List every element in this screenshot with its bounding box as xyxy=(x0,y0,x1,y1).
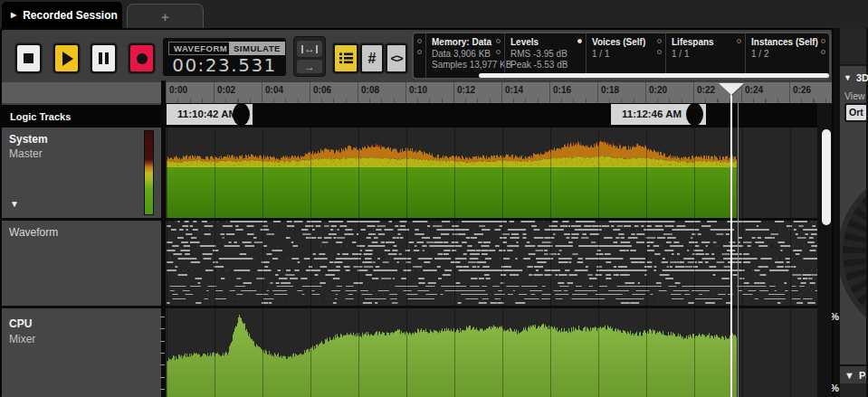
grid-view-button[interactable]: # xyxy=(360,43,384,73)
stop-icon xyxy=(24,53,33,63)
playhead-line[interactable] xyxy=(730,94,732,397)
panel-indicator[interactable] xyxy=(657,50,662,54)
ruler-major-tick xyxy=(597,82,598,103)
profiler-window: ▶ Recorded Session + WAVEFORM SIMULATE 0… xyxy=(0,0,868,397)
pause-button[interactable] xyxy=(91,43,117,73)
ruler-tick-label: 0:06 xyxy=(313,85,331,95)
cpu-waveform-canvas xyxy=(167,308,737,397)
status-panel-stub xyxy=(414,33,425,78)
timeline-corner xyxy=(2,82,161,103)
panel-bottom-header[interactable]: ▼ Pa xyxy=(840,366,866,383)
ruler-tick-label: 0:24 xyxy=(745,85,763,95)
zoom-to-fit-button[interactable]: ↔ xyxy=(297,41,322,57)
ruler-major-tick xyxy=(166,82,167,103)
marker-flag[interactable]: 11:10:42 AM xyxy=(167,104,253,125)
ruler-major-tick xyxy=(789,82,790,103)
collapse-triangle-icon: ▼ xyxy=(844,73,852,82)
session-time: 00:23.531 xyxy=(167,54,282,76)
ruler-tick-label: 0:22 xyxy=(697,85,715,95)
track-name-cpu[interactable]: CPU xyxy=(9,317,32,330)
tab-arrow-icon: ▶ xyxy=(11,11,16,19)
waveform-mode-badge[interactable]: WAVEFORM xyxy=(168,42,233,55)
tab-recorded-session[interactable]: ▶ Recorded Session xyxy=(2,2,122,28)
status-strip-scrollbar-thumb[interactable] xyxy=(479,73,829,78)
panel-indicator[interactable] xyxy=(417,50,422,54)
level-meter xyxy=(144,130,154,215)
record-button[interactable] xyxy=(129,43,155,73)
status-panel[interactable]: LevelsRMS -3.95 dBPeak -5.53 dB xyxy=(504,33,586,78)
orthographic-button-label: Ort xyxy=(849,107,863,118)
simulate-badge[interactable]: SIMULATE xyxy=(229,42,285,55)
status-panel-title: Lifespans xyxy=(672,37,734,49)
code-view-button[interactable]: <> xyxy=(386,43,407,73)
cpu-scale-tick xyxy=(160,317,165,317)
playhead-handle[interactable] xyxy=(719,83,744,95)
track-sub-mixer: Mixer xyxy=(9,333,35,345)
track-divider[interactable] xyxy=(2,218,817,221)
ruler-major-tick xyxy=(501,82,502,103)
tab-add[interactable]: + xyxy=(127,4,204,28)
fit-arrow-icon: ↔ xyxy=(304,43,315,55)
status-panel-value: Data 3,906 KB xyxy=(432,49,493,61)
panel-indicator[interactable] xyxy=(821,50,825,54)
status-panel-value: 1 / 2 xyxy=(751,49,818,61)
status-panel-title: Instances (Self) xyxy=(751,37,818,49)
ruler-tick-label: 0:12 xyxy=(457,85,475,95)
marker-label: 11:12:46 AM xyxy=(622,109,682,119)
3d-sphere-view[interactable] xyxy=(840,167,866,339)
status-panel-value: RMS -3.95 dB xyxy=(510,49,575,61)
panel-indicator[interactable] xyxy=(496,39,501,43)
track-expander-icon[interactable]: ▼ xyxy=(10,199,19,209)
ruler-major-tick xyxy=(405,82,406,103)
status-panel-value: 1 / 1 xyxy=(672,49,734,61)
panel-indicator[interactable] xyxy=(821,39,825,43)
vertical-scrollbar-thumb[interactable] xyxy=(822,129,831,225)
list-view-button[interactable] xyxy=(333,43,358,73)
code-icon: <> xyxy=(390,52,402,65)
panel-indicator[interactable] xyxy=(417,39,422,43)
ruler-major-tick xyxy=(310,82,310,103)
status-panel-value: Peak -5.53 dB xyxy=(510,60,575,71)
ruler-tick-label: 0:10 xyxy=(409,85,427,95)
view-mode-label: View xyxy=(844,90,865,101)
status-panel[interactable]: Voices (Self)1 / 1 xyxy=(586,33,665,78)
track-divider[interactable] xyxy=(2,306,817,308)
track-label-panel xyxy=(2,128,161,397)
status-panel-value: Samples 13,977 KB xyxy=(432,60,493,71)
play-button[interactable] xyxy=(53,43,80,73)
track-name-waveform[interactable]: Waveform xyxy=(9,226,58,239)
ruler-tick-label: 0:16 xyxy=(553,85,571,95)
ruler-tick-label: 0:20 xyxy=(649,85,667,95)
status-panel-title: Voices (Self) xyxy=(592,37,654,49)
tab-bar: ▶ Recorded Session + xyxy=(0,0,868,28)
play-icon xyxy=(62,52,73,66)
track-name-system[interactable]: System xyxy=(9,133,48,146)
ruler-major-tick xyxy=(358,82,358,103)
marker-flag[interactable]: 11:12:46 AM xyxy=(611,104,706,125)
ruler-tick-label: 0:18 xyxy=(601,85,619,95)
record-icon xyxy=(137,53,148,64)
ruler-tick-label: 0:02 xyxy=(217,85,235,95)
pause-icon xyxy=(99,52,109,64)
status-panel[interactable]: Lifespans1 / 1 xyxy=(665,33,745,78)
stop-button[interactable] xyxy=(15,43,42,73)
fit-bar-right xyxy=(316,45,318,53)
fit-bar-left xyxy=(301,45,303,53)
panel-indicator[interactable] xyxy=(496,50,501,54)
panel-3d-header[interactable]: ▼ 3D xyxy=(844,72,868,83)
ruler-tick-label: 0:04 xyxy=(265,85,283,95)
status-panel[interactable]: Memory: DataData 3,906 KBSamples 13,977 … xyxy=(425,33,504,78)
ruler-tick-label: 0:08 xyxy=(361,85,379,95)
track-sub-master: Master xyxy=(9,147,43,160)
panel-indicator[interactable] xyxy=(657,39,662,43)
orthographic-button[interactable]: Ort xyxy=(844,103,868,122)
panel-indicator[interactable] xyxy=(737,39,741,43)
plus-icon: + xyxy=(161,9,169,24)
follow-playhead-button[interactable]: → xyxy=(297,60,322,73)
panel-bottom-title: Pa xyxy=(859,370,866,381)
status-panel[interactable]: Instances (Self)1 / 2 xyxy=(745,33,829,78)
ruler-major-tick xyxy=(645,82,646,103)
system-waveform-canvas xyxy=(167,128,737,218)
bottom-panel-fill xyxy=(840,383,866,397)
panel-indicator[interactable] xyxy=(577,39,582,43)
